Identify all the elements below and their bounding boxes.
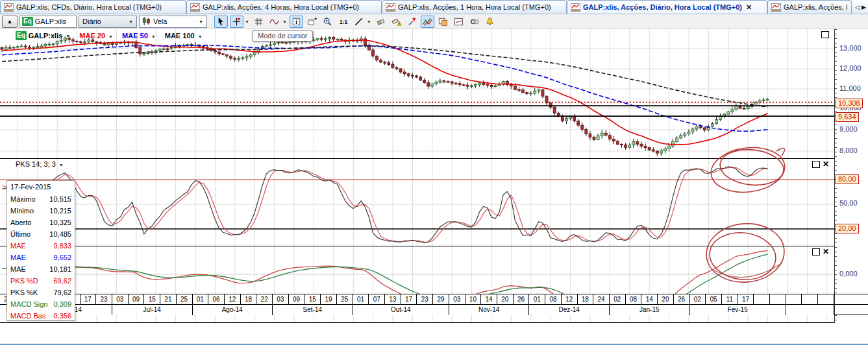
date-axis-day: 09 (289, 294, 305, 304)
line-studies-button-dropdown[interactable]: ▼ (282, 16, 288, 28)
chart-tab-5[interactable]: GALP:xlis, Acções, Diá (767, 0, 852, 14)
cursor-mode-tooltip: Modo de cursor (252, 30, 313, 42)
tab-chart-icon (4, 3, 14, 12)
data-window: 17-Fev-2015 Máximo10,515Mínimo10,215Aber… (6, 180, 75, 321)
tab-chart-icon (571, 3, 580, 12)
svg-text:1:1: 1:1 (339, 18, 347, 25)
price-label: 12,000 (839, 64, 862, 72)
date-axis-day: 02 (610, 294, 626, 304)
legend-ma-1[interactable]: MAE 20 ▼ (79, 32, 113, 40)
data-window-row: MAE9,652 (7, 252, 75, 263)
templates-button[interactable] (436, 16, 450, 28)
collapse-toolbar-button[interactable]: ▲ (2, 16, 18, 28)
chart-window: GALP:xlis, CFDs, Diário, Hora Local (TMG… (0, 0, 868, 345)
tab-chart-icon (386, 3, 395, 12)
cursor-mode-button[interactable] (214, 16, 228, 28)
legend-ma-3[interactable]: MAE 100 ▼ (165, 32, 203, 40)
date-axis-day: 25 (177, 294, 192, 304)
eraser-button[interactable] (374, 16, 388, 28)
equity-badge: Eq (22, 17, 33, 26)
plots-column: EqGALP:xlis▼MAE 20 ▼MAE 50 ▼MAE 100 ▼ PK… (0, 29, 834, 323)
timeframe-select[interactable]: Diário▼ (79, 16, 137, 28)
date-axis-day: 26 (514, 294, 529, 304)
delete-warning-icon (391, 17, 402, 27)
date-axis-day: 17 (81, 294, 97, 304)
svg-text:i: i (295, 18, 297, 25)
date-axis-day: 02 (690, 294, 706, 304)
alerts-button[interactable] (483, 16, 497, 28)
date-axis-day (802, 294, 818, 304)
tab-chart-icon (771, 3, 781, 12)
stochastic-level-label: 20,00 (836, 224, 859, 233)
legend-ma-2[interactable]: MAE 50 ▼ (122, 32, 156, 40)
grid-icon (254, 17, 264, 27)
date-axis-month: 0108121824Dez-14 (529, 294, 610, 315)
tab-scroll-right-icon[interactable]: ▶ (862, 4, 866, 10)
main-price-panel[interactable]: EqGALP:xlis▼MAE 20 ▼MAE 50 ▼MAE 100 ▼ (0, 29, 834, 159)
date-axis-day: 01 (353, 294, 369, 304)
tab-bar: GALP:xlis, CFDs, Diário, Hora Local (TMG… (0, 0, 868, 14)
date-axis-day: 23 (96, 294, 112, 304)
close-tab-icon[interactable]: ✕ (746, 3, 752, 12)
info-icon: i (291, 17, 301, 27)
pointer-arrow-button[interactable] (405, 16, 419, 28)
line-studies-button[interactable] (267, 16, 281, 28)
date-axis-month (786, 294, 834, 315)
stochastic-level-label: 50,00 (839, 199, 858, 207)
chevron-down-icon: ▼ (59, 163, 64, 167)
zoom-in-button[interactable] (321, 16, 334, 28)
snapshot-button[interactable] (452, 16, 465, 28)
data-window-row: MAE10,181 (7, 263, 75, 275)
date-axis[interactable]: 2026Mai-140205111723Jun-140309152125Jul-… (0, 294, 868, 315)
price-label: 13,000 (839, 44, 862, 52)
date-axis-day (754, 294, 770, 304)
chart-tab-4[interactable]: GALP:xlis, Acções, Diário, Hora Local (T… (567, 0, 767, 14)
date-axis-day: 14 (641, 294, 658, 304)
crosshair-mode-button[interactable] (230, 16, 243, 28)
trendline-button[interactable] (352, 16, 366, 28)
toolbar: ▲EqGALP:xlisDiário▼Vela▼▼▼i1:1▼ (0, 14, 868, 29)
date-axis-day: 24 (593, 294, 609, 304)
tab-scroll-left-icon[interactable]: ◁ (855, 4, 860, 10)
price-axis[interactable]: 13,00012,00011,00010,0009,0008,00010,308… (834, 29, 868, 323)
maximize-panel-icon[interactable] (812, 161, 820, 168)
date-axis-day: 03 (273, 294, 289, 304)
crosshair-icon (232, 17, 242, 27)
date-axis-day: 22 (256, 294, 272, 304)
candle-type-icon (142, 16, 151, 27)
chart-tab-1[interactable]: GALP:xlis, CFDs, Diário, Hora Local (TMG… (0, 0, 186, 14)
zoom-reset-button[interactable]: 1:1 (336, 16, 350, 28)
date-axis-day: 20 (658, 294, 674, 304)
crosshair-mode-button-dropdown[interactable]: ▼ (244, 16, 250, 28)
data-window-button[interactable]: i (290, 16, 303, 28)
stochastic-panel[interactable]: PKS 14; 3; 3 ▼ ✕ (0, 159, 834, 246)
date-axis-day: 18 (578, 294, 594, 304)
link-charts-button[interactable] (467, 16, 481, 28)
date-axis-month: 010713172329Out-14 (353, 294, 449, 315)
date-axis-month: 02051117Fev-15 (690, 294, 786, 315)
tab-label: GALP:xlis, Acções, Diá (784, 3, 847, 11)
trendline-button-dropdown[interactable]: ▼ (366, 16, 372, 28)
chart-tab-3[interactable]: GALP:xlis, Acções, 1 Hora, Hora Local (T… (382, 0, 567, 14)
new-window-button[interactable] (305, 16, 319, 28)
date-axis-day: 17 (738, 294, 754, 304)
close-panel-icon[interactable]: ✕ (823, 161, 829, 168)
date-axis-day: 29 (433, 294, 449, 304)
chart-type-select[interactable]: Vela▼ (139, 16, 207, 28)
color-indicators-icon (423, 17, 432, 27)
maximize-panel-icon[interactable] (821, 31, 829, 38)
cursor-icon (216, 17, 226, 27)
alert-price-label: 10,308 (836, 99, 863, 108)
stochastic-label[interactable]: PKS 14; 3; 3 ▼ (16, 160, 64, 168)
date-axis-day: 12 (562, 294, 578, 304)
chart-tab-2[interactable]: GALP:xlis, Acções, 4 Horas, Hora Local (… (186, 0, 382, 14)
maximize-panel-icon[interactable] (812, 248, 820, 256)
symbol-input[interactable]: EqGALP:xlis (19, 16, 77, 28)
close-panel-icon[interactable]: ✕ (823, 248, 829, 256)
grid-toggle-button[interactable] (252, 16, 266, 28)
indicators-button[interactable] (421, 16, 434, 28)
legend-symbol[interactable]: EqGALP:xlis▼ (16, 31, 70, 40)
delete-drawings-button[interactable] (390, 16, 403, 28)
date-axis-day: 08 (545, 294, 562, 304)
date-axis-day: 23 (417, 294, 433, 304)
